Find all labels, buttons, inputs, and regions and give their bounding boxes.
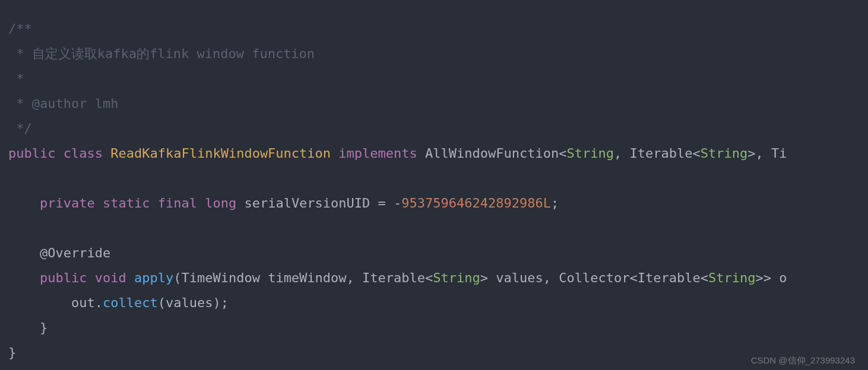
keyword-public: public [40, 270, 87, 285]
keyword-implements: implements [338, 146, 417, 161]
comment-line: * 自定义读取kafka的flink window function [8, 46, 315, 61]
number-literal: 953759646242892986L [401, 196, 551, 210]
method-collect: collect [103, 295, 158, 310]
punct: ; [551, 196, 559, 210]
punct: , [614, 146, 630, 161]
type-iterable: Iterable [638, 270, 701, 285]
punct: < [425, 270, 433, 285]
punct: . [95, 295, 103, 310]
indent [8, 295, 71, 310]
punct: > [747, 146, 755, 161]
arg-values: values [166, 295, 213, 310]
keyword-void: void [95, 270, 126, 285]
punct: , [543, 270, 559, 285]
annotation-override: @Override [40, 245, 110, 260]
keyword-final: final [158, 196, 197, 210]
param-values: values [488, 270, 543, 285]
class-name: ReadKafkaFlinkWindowFunction [110, 146, 331, 161]
punct: >> [755, 270, 771, 285]
keyword-private: private [40, 196, 95, 210]
method-apply: apply [134, 270, 173, 285]
indent [8, 196, 40, 210]
comment-line: */ [8, 121, 32, 136]
punct: > [480, 270, 488, 285]
punct: } [40, 320, 47, 335]
type-string: String [566, 146, 613, 161]
punct: ( [158, 295, 166, 310]
punct: < [629, 270, 637, 285]
indent [8, 270, 40, 285]
punct: - [394, 196, 401, 210]
type-iterable: Iterable [629, 146, 692, 161]
comment-line: /** [8, 21, 32, 36]
watermark-text: CSDN @信仰_273993243 [751, 355, 855, 366]
punct: < [559, 146, 566, 161]
var-out: out [71, 295, 95, 310]
interface-name: AllWindowFunction [425, 146, 559, 161]
comment-line: * [8, 71, 24, 86]
punct: , [755, 146, 771, 161]
punct: < [701, 270, 708, 285]
indent [8, 320, 40, 335]
type-iterable: Iterable [362, 270, 425, 285]
punct: < [692, 146, 700, 161]
indent [8, 245, 40, 260]
punct: ) [213, 295, 220, 310]
param-timewindow: timeWindow [260, 270, 347, 285]
comment-line: * @author lmh [8, 96, 118, 111]
punct: ( [173, 270, 181, 285]
keyword-class: class [64, 146, 103, 161]
type-string: String [433, 270, 480, 285]
punct: } [8, 345, 16, 360]
keyword-long: long [205, 196, 236, 210]
punct: , [347, 270, 363, 285]
type-string: String [701, 146, 747, 161]
code-block: /** * 自定义读取kafka的flink window function *… [0, 0, 868, 370]
field-name: serialVersionUID [244, 196, 370, 210]
punct: = [370, 196, 394, 210]
punct: ; [221, 295, 229, 310]
type-string: String [708, 270, 755, 285]
type-timewindow: TimeWindow [181, 270, 259, 285]
type-timewindow-partial: Ti [771, 146, 787, 161]
type-collector: Collector [559, 270, 629, 285]
keyword-static: static [103, 196, 150, 210]
param-out-partial: o [771, 270, 787, 285]
keyword-public: public [8, 146, 55, 161]
